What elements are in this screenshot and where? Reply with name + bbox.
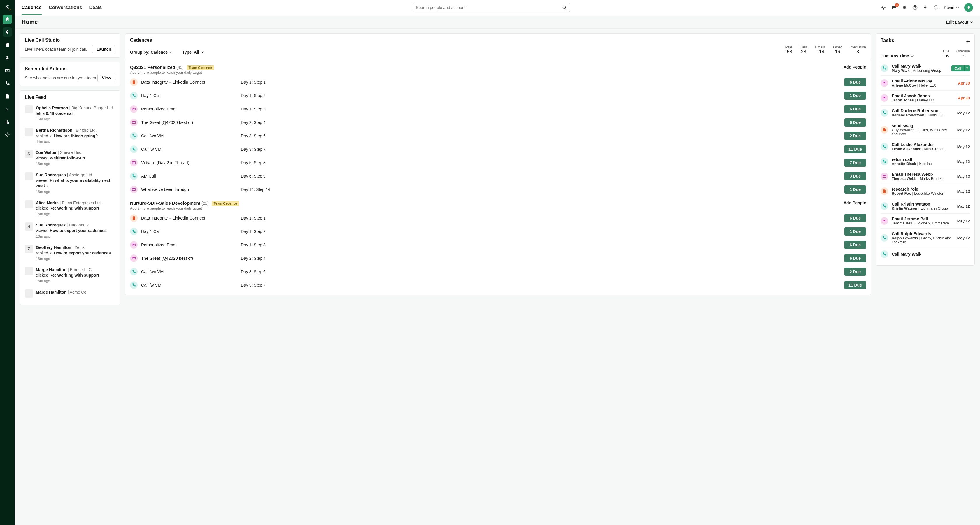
cadence-step[interactable]: Day 1 CallDay 1: Step 21 Due [130,226,866,237]
cadence-step[interactable]: Day 1 CallDay 1: Step 21 Due [130,90,866,102]
cadence-step[interactable]: The Great (Q42020 best of)Day 2: Step 46… [130,253,866,264]
launchpad-button[interactable] [964,3,973,12]
feed-item[interactable]: ZGeoffery Hamilton | Zenixreplied to How… [25,242,116,264]
task-item[interactable]: send swagGuy Hawkins|Collier, Wintheiser… [881,120,970,139]
live-feed-panel: Live Feed Ophelia Pearson | Big Kahuna B… [20,91,121,305]
feed-item[interactable]: Sue Rodregues | Abstergo Ltd.viewed Hi w… [25,169,116,197]
user-menu[interactable]: Kevin [944,5,959,10]
due-pill[interactable]: 6 Due [845,78,866,86]
feed-item[interactable]: SZoe Walter | Shevrell Inc.viewed Webina… [25,147,116,169]
task-item[interactable]: Call Darlene RobertsonDarlene Robertson|… [881,105,970,120]
due-pill[interactable]: 1 Due [845,92,866,100]
due-pill[interactable]: 6 Due [845,241,866,249]
cadence-step[interactable]: Call /w VMDay 3: Step 711 Due [130,143,866,155]
rail-rocket[interactable] [3,27,12,37]
cadence-step[interactable]: AM CallDay 6: Step 93 Due [130,170,866,182]
task-date: May 12 [957,128,970,132]
due-pill[interactable]: 11 Due [845,145,866,153]
rail-templates[interactable] [3,92,12,101]
cadence-step[interactable]: Data Intregrity + Linkedin ConnectDay 1:… [130,212,866,224]
cadences-panel: Cadences Group by: Cadence Type: All Tot… [125,33,871,295]
cadence-step[interactable]: Call /w VMDay 3: Step 711 Due [130,279,866,291]
cadence-name[interactable]: Nurture-SDR-Sales Development [130,200,200,205]
feed-item[interactable]: Alice Marks | Biffco Enterprises Ltd.cli… [25,197,116,220]
help-icon[interactable] [912,5,918,10]
view-button[interactable]: View [97,74,116,82]
svg-point-7 [904,8,905,10]
task-item[interactable]: Email Jacob JonesJacob Jones|Flatley LLC… [881,91,970,105]
notifications-icon[interactable]: 3 [891,5,897,10]
task-item[interactable]: Call Mary WalkMary Walk|Ankunding GroupC… [881,61,970,76]
task-item[interactable]: Call Kristin WatsonKristin Watson|Eichma… [881,199,970,214]
feed-item[interactable]: HSue Rodreguez | Hugonautsviewed How to … [25,220,116,242]
cadence-name[interactable]: Q32021 Personalized [130,65,175,70]
due-pill[interactable]: 6 Due [845,105,866,113]
cadence-step[interactable]: Data Intregrity + Linkedin ConnectDay 1:… [130,76,866,88]
due-pill[interactable]: 7 Due [845,159,866,167]
cadence-stat: Calls28 [800,45,808,54]
rail-snippets[interactable] [3,104,12,114]
task-item[interactable]: return callAnnette Black|Kub IncMay 12 [881,154,970,169]
cadence-step[interactable]: Call /wo VMDay 3: Step 62 Due [130,130,866,142]
due-pill[interactable]: 6 Due [845,214,866,222]
due-pill[interactable]: 6 Due [845,118,866,127]
cadence-step[interactable]: Call /wo VMDay 3: Step 62 Due [130,266,866,277]
rail-people[interactable] [3,53,12,62]
rail-home[interactable] [3,14,12,24]
cadence-step[interactable]: Personalized EmailDay 1: Step 36 Due [130,103,866,115]
due-pill[interactable]: 2 Due [845,132,866,140]
cadence-step[interactable]: The Great (Q42020 best of)Day 2: Step 46… [130,116,866,128]
feed-item[interactable]: Ophelia Pearson | Big Kahuna Burger Ltd.… [25,102,116,125]
bolt-icon[interactable] [923,5,928,10]
panel-title: Cadences [130,38,866,43]
task-item[interactable]: Call Ralph EdwardsRalph Edwards|Grady, R… [881,229,970,248]
task-item[interactable]: Email Jerome BellJerome Bell|Goldner-Cum… [881,214,970,229]
tasks-due-filter[interactable]: Due: Any Time [881,54,913,58]
email-icon [130,105,138,113]
add-people-link[interactable]: Add People [843,65,866,69]
feed-item[interactable]: Marge Hamilton | Acme Co [25,286,116,301]
cadence-step[interactable]: Personalized EmailDay 1: Step 36 Due [130,239,866,251]
due-pill[interactable]: 3 Due [845,172,866,180]
call-dropdown[interactable]: ▾ [964,65,970,72]
due-pill[interactable]: 11 Due [845,281,866,289]
search-input[interactable] [416,5,562,10]
launch-button[interactable]: Launch [92,45,116,53]
due-pill[interactable]: 1 Due [845,185,866,194]
task-item[interactable]: research roleRobert Fox|Leuschke-Windler… [881,184,970,199]
feed-item[interactable]: Bertha Richardson | Binford Ltd.replied … [25,125,116,147]
search-box[interactable] [413,3,570,12]
task-item[interactable]: Email Arlene McCoyArlene McCoy|Heller LL… [881,76,970,91]
due-pill[interactable]: 6 Due [845,254,866,262]
add-people-link[interactable]: Add People [843,200,866,205]
type-dropdown[interactable]: Type: All [182,50,204,54]
settings-icon[interactable] [933,5,939,10]
task-item[interactable]: Email Theresa WebbTheresa Webb|Marks-Bra… [881,169,970,184]
dialpad-icon[interactable] [902,5,907,10]
chevron-down-icon [169,51,172,54]
rail-email[interactable] [3,66,12,75]
rail-target[interactable] [3,130,12,139]
cadence-step[interactable]: Vidyard (Day 2 in Thread)Day 5: Step 87 … [130,157,866,169]
task-item[interactable]: Call Leslie AlexanderLeslie Alexander|Mi… [881,139,970,154]
tab-deals[interactable]: Deals [89,5,102,15]
top-nav: Cadence Conversations Deals [22,5,102,11]
task-item[interactable]: Call Mary Walk [881,248,970,261]
edit-layout-button[interactable]: Edit Layout [946,20,973,24]
top-icons: 3 Kevin [881,3,973,12]
rail-calls[interactable] [3,79,12,88]
due-pill[interactable]: 2 Due [845,267,866,276]
feed-item[interactable]: Marge Hamilton | Barone LLC.clicked Re: … [25,264,116,286]
tab-conversations[interactable]: Conversations [49,5,82,15]
call-button[interactable]: Call [951,65,964,72]
rail-accounts[interactable] [3,40,12,49]
cadence-step[interactable]: What we've been throughDay 11: Step 141 … [130,184,866,195]
tab-cadence[interactable]: Cadence [22,5,42,15]
rail-analytics[interactable] [3,117,12,127]
group-by-dropdown[interactable]: Group by: Cadence [130,50,172,54]
add-task-button[interactable]: + [966,38,970,45]
panel-sub: See what actions are due for your team. [25,75,97,80]
phone-icon [881,109,888,116]
due-pill[interactable]: 1 Due [845,228,866,235]
activity-icon[interactable] [881,5,886,10]
